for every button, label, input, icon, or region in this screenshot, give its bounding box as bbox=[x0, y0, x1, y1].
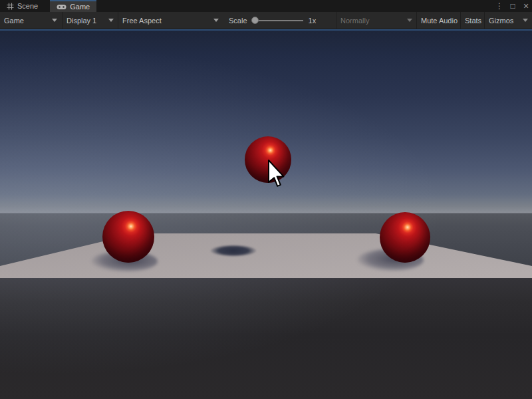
panel-tab-bar: Scene Game ⋮ □ × bbox=[0, 0, 532, 12]
vsync-label: Normally bbox=[340, 17, 369, 25]
sphere-shadow-floating bbox=[210, 245, 257, 257]
slider-knob[interactable] bbox=[251, 17, 259, 24]
scale-slider[interactable] bbox=[251, 12, 303, 29]
mute-audio-button[interactable]: Mute Audio bbox=[416, 12, 460, 29]
aspect-dropdown[interactable]: Free Aspect bbox=[118, 12, 223, 29]
game-viewport[interactable] bbox=[0, 29, 532, 399]
stats-button[interactable]: Stats bbox=[460, 12, 484, 29]
aspect-label: Free Aspect bbox=[122, 17, 162, 25]
game-view-toolbar: Game Display 1 Free Aspect Scale 1x Norm… bbox=[0, 12, 532, 29]
tab-scene[interactable]: Scene bbox=[0, 0, 45, 12]
mute-audio-label: Mute Audio bbox=[421, 17, 458, 25]
stats-label: Stats bbox=[465, 17, 481, 25]
chevron-down-icon bbox=[523, 19, 528, 22]
red-sphere-right[interactable] bbox=[380, 212, 430, 263]
gizmos-label: Gizmos bbox=[489, 17, 513, 25]
red-sphere-floating[interactable] bbox=[245, 136, 291, 183]
panel-menu-icon[interactable]: ⋮ bbox=[495, 0, 504, 12]
tab-game-label: Game bbox=[70, 3, 90, 11]
tab-game[interactable]: Game bbox=[50, 0, 96, 12]
maximize-icon[interactable]: □ bbox=[508, 0, 517, 12]
ground-platform bbox=[0, 229, 532, 282]
scale-control: Scale 1x bbox=[225, 12, 323, 29]
chevron-down-icon bbox=[407, 19, 412, 22]
vsync-dropdown[interactable]: Normally bbox=[336, 12, 416, 29]
chevron-down-icon bbox=[213, 19, 219, 22]
scale-value: 1x bbox=[309, 17, 317, 25]
chevron-down-icon bbox=[108, 19, 114, 22]
display-label: Display 1 bbox=[66, 17, 96, 25]
game-popup-dropdown[interactable]: Game bbox=[0, 12, 61, 29]
close-icon[interactable]: × bbox=[521, 0, 531, 12]
display-dropdown[interactable]: Display 1 bbox=[62, 12, 118, 29]
gamepad-icon bbox=[57, 4, 66, 10]
slider-track[interactable] bbox=[258, 20, 303, 21]
grid-icon bbox=[7, 3, 14, 10]
gizmos-dropdown[interactable]: Gizmos bbox=[484, 12, 532, 29]
game-popup-label: Game bbox=[4, 17, 24, 25]
tab-scene-label: Scene bbox=[17, 2, 38, 10]
red-sphere-left[interactable] bbox=[102, 211, 154, 263]
chevron-down-icon bbox=[52, 19, 57, 22]
scale-label: Scale bbox=[229, 17, 247, 25]
window-controls: ⋮ □ × bbox=[495, 0, 531, 12]
viewport-top-line bbox=[0, 29, 532, 31]
